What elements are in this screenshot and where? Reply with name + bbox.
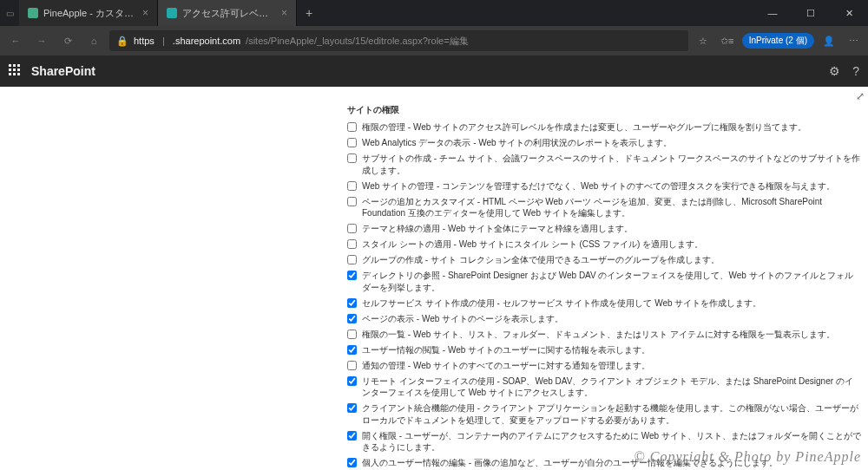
address-bar[interactable]: 🔒 https | .sharepoint.com/sites/PineAppl… xyxy=(109,30,688,51)
favicon-icon xyxy=(28,8,38,18)
permission-row: リモート インターフェイスの使用 - SOAP、Web DAV、クライアント オ… xyxy=(347,375,861,399)
permission-label: ページの表示 - Web サイトのページを表示します。 xyxy=(362,313,563,325)
favorites-bar-icon[interactable]: ✩≡ xyxy=(718,36,737,47)
permission-checkbox[interactable] xyxy=(347,197,357,206)
permission-label: リモート インターフェイスの使用 - SOAP、Web DAV、クライアント オ… xyxy=(362,375,861,399)
permission-label: 権限の管理 - Web サイトのアクセス許可レベルを作成または変更し、ユーザーや… xyxy=(362,121,806,134)
permission-row: クライアント統合機能の使用 - クライアント アプリケーションを起動する機能を使… xyxy=(347,402,861,426)
lock-icon: 🔒 xyxy=(116,36,128,47)
inprivate-badge: InPrivate (2 個) xyxy=(742,33,814,49)
permission-label: グループの作成 - サイト コレクション全体で使用できるユーザーのグループを作成… xyxy=(362,254,720,266)
permission-checkbox[interactable] xyxy=(347,271,357,280)
url-host: .sharepoint.com xyxy=(173,36,240,46)
close-icon[interactable]: × xyxy=(142,7,148,19)
permission-checkbox[interactable] xyxy=(347,239,357,249)
permission-checkbox[interactable] xyxy=(347,224,357,233)
permission-checkbox[interactable] xyxy=(347,431,357,441)
permission-checkbox[interactable] xyxy=(347,345,357,355)
refresh-button[interactable]: ⟳ xyxy=(57,36,78,47)
permission-checkbox[interactable] xyxy=(347,181,357,191)
permission-label: Web サイトの管理 - コンテンツを管理するだけでなく、Web サイトのすべて… xyxy=(362,180,835,193)
permission-row: Web Analytics データの表示 - Web サイトの利用状況のレポート… xyxy=(347,137,861,149)
menu-icon[interactable]: ▭ xyxy=(6,9,14,18)
permission-label: サブサイトの作成 - チーム サイト、会議ワークスペースのサイト、ドキュメント … xyxy=(362,153,861,176)
url-path: /sites/PineApple/_layouts/15/editrole.as… xyxy=(246,35,469,48)
browser-tab-0[interactable]: PineApple - カスタム リスト - すべて × xyxy=(19,0,158,26)
permission-row: セルフサービス サイト作成の使用 - セルフサービス サイト作成を使用して We… xyxy=(347,297,861,310)
favicon-icon xyxy=(167,8,177,18)
permission-label: ページの追加とカスタマイズ - HTML ページや Web パーツ ページを追加… xyxy=(362,196,861,219)
permission-label: テーマと枠線の適用 - Web サイト全体にテーマと枠線を適用します。 xyxy=(362,223,633,235)
settings-icon[interactable]: ⚙ xyxy=(829,64,840,78)
permission-label: スタイル シートの適用 - Web サイトにスタイル シート (CSS ファイル… xyxy=(362,238,703,251)
new-tab-button[interactable]: + xyxy=(297,0,321,26)
tab-label: PineApple - カスタム リスト - すべて xyxy=(43,7,137,20)
permission-checkbox[interactable] xyxy=(347,122,357,132)
permission-row: ユーザー情報の閲覧 - Web サイトのユーザーに関する情報を表示します。 xyxy=(347,344,861,356)
permission-label: クライアント統合機能の使用 - クライアント アプリケーションを起動する機能を使… xyxy=(362,402,861,426)
permission-checkbox[interactable] xyxy=(347,376,357,386)
close-icon[interactable]: × xyxy=(281,7,287,19)
permission-row: テーマと枠線の適用 - Web サイト全体にテーマと枠線を適用します。 xyxy=(347,223,861,235)
watermark-text: © Copyright & Photo by PineApple xyxy=(635,449,861,465)
app-title: SharePoint xyxy=(31,64,95,78)
permission-label: セルフサービス サイト作成の使用 - セルフサービス サイト作成を使用して We… xyxy=(362,297,761,310)
permission-row: 権限の管理 - Web サイトのアクセス許可レベルを作成または変更し、ユーザーや… xyxy=(347,121,861,134)
forward-button[interactable]: → xyxy=(31,36,52,46)
home-button[interactable]: ⌂ xyxy=(83,36,104,46)
permission-label: ディレクトリの参照 - SharePoint Designer および Web … xyxy=(362,270,861,293)
browser-tab-1[interactable]: アクセス許可レベルの編集 × xyxy=(158,0,297,26)
permission-checkbox[interactable] xyxy=(347,458,357,467)
more-icon[interactable]: ⋯ xyxy=(844,36,863,47)
permission-checkbox[interactable] xyxy=(347,361,357,370)
close-window-button[interactable]: ✕ xyxy=(830,0,868,26)
url-protocol: https xyxy=(134,36,155,46)
back-button[interactable]: ← xyxy=(5,36,26,46)
permission-row: ページの表示 - Web サイトのページを表示します。 xyxy=(347,313,861,325)
tab-label: アクセス許可レベルの編集 xyxy=(182,7,276,20)
permission-row: グループの作成 - サイト コレクション全体で使用できるユーザーのグループを作成… xyxy=(347,254,861,266)
profile-icon[interactable]: 👤 xyxy=(819,36,838,47)
help-icon[interactable]: ? xyxy=(852,64,859,78)
maximize-button[interactable]: ☐ xyxy=(792,0,830,26)
minimize-button[interactable]: — xyxy=(753,0,792,26)
permission-label: 通知の管理 - Web サイトのすべてのユーザーに対する通知を管理します。 xyxy=(362,360,650,372)
permission-row: 通知の管理 - Web サイトのすべてのユーザーに対する通知を管理します。 xyxy=(347,360,861,372)
permission-row: Web サイトの管理 - コンテンツを管理するだけでなく、Web サイトのすべて… xyxy=(347,180,861,193)
favorite-icon[interactable]: ☆ xyxy=(694,36,713,47)
permission-row: ページの追加とカスタマイズ - HTML ページや Web パーツ ページを追加… xyxy=(347,196,861,219)
permission-checkbox[interactable] xyxy=(347,330,357,339)
permission-checkbox[interactable] xyxy=(347,255,357,264)
section-heading: サイトの権限 xyxy=(347,104,861,116)
permission-row: サブサイトの作成 - チーム サイト、会議ワークスペースのサイト、ドキュメント … xyxy=(347,153,861,176)
permission-checkbox[interactable] xyxy=(347,298,357,308)
permission-label: Web Analytics データの表示 - Web サイトの利用状況のレポート… xyxy=(362,137,672,149)
permission-row: ディレクトリの参照 - SharePoint Designer および Web … xyxy=(347,270,861,293)
permission-checkbox[interactable] xyxy=(347,403,357,413)
permission-label: ユーザー情報の閲覧 - Web サイトのユーザーに関する情報を表示します。 xyxy=(362,344,650,356)
permission-checkbox[interactable] xyxy=(347,138,357,147)
permission-row: スタイル シートの適用 - Web サイトにスタイル シート (CSS ファイル… xyxy=(347,238,861,251)
permission-row: 権限の一覧 - Web サイト、リスト、フォルダー、ドキュメント、またはリスト … xyxy=(347,329,861,341)
permission-checkbox[interactable] xyxy=(347,153,357,163)
permission-checkbox[interactable] xyxy=(347,314,357,323)
permission-label: 権限の一覧 - Web サイト、リスト、フォルダー、ドキュメント、またはリスト … xyxy=(362,329,835,341)
app-launcher-icon[interactable] xyxy=(9,64,23,78)
